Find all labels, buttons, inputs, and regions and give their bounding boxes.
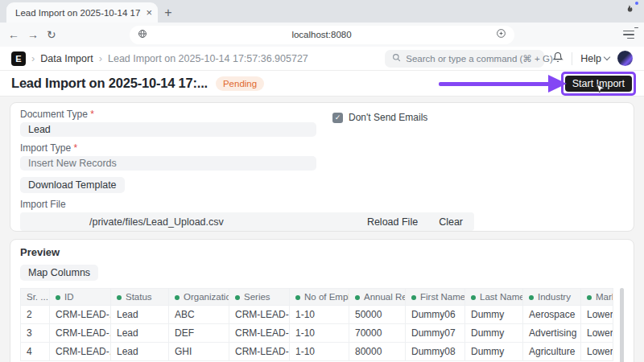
required-marker: * (73, 142, 77, 154)
table-cell: Advertising (523, 324, 581, 343)
clear-file-button[interactable]: Clear (439, 216, 463, 228)
table-cell: CRM-LEAD-... (229, 324, 290, 343)
table-cell: DEF (169, 324, 229, 343)
import-file-bar: /private/files/Lead_Upload.csv Reload Fi… (20, 212, 474, 231)
table-cell: CRM-LEAD-... (50, 324, 111, 343)
table-cell: Lead (111, 343, 169, 361)
breadcrumb-current[interactable]: Lead Import on 2025-10-14 17:57:36.90572… (108, 53, 308, 64)
chevron-down-icon (604, 54, 610, 60)
table-cell: Dummy06 (406, 306, 465, 324)
dont-send-emails-checkbox[interactable] (332, 113, 343, 123)
bubble-plus-icon[interactable] (496, 27, 506, 42)
url-text: localhost:8080 (147, 30, 496, 39)
table-cell: 70000 (349, 324, 406, 343)
table-cell: 1-10 (290, 324, 349, 343)
preview-card: Preview Map Columns Sr. ...IDStatusOrgan… (10, 239, 634, 362)
annotation-highlight-box: Start Import (561, 72, 636, 96)
document-type-field[interactable]: Lead (20, 122, 316, 137)
table-cell: ABC (169, 306, 229, 324)
download-template-button[interactable]: Download Template (20, 177, 125, 193)
column-header[interactable]: Industry (523, 289, 581, 306)
tab-close-icon[interactable]: × (146, 7, 152, 18)
reload-file-button[interactable]: Reload File (367, 216, 418, 228)
help-menu[interactable]: Help (580, 53, 609, 64)
app-header: E › Data Import › Lead Import on 2025-10… (0, 47, 644, 71)
user-avatar[interactable] (617, 51, 633, 66)
help-label: Help (580, 53, 601, 64)
import-type-field[interactable]: Insert New Records (20, 156, 316, 171)
table-cell: Dummy07 (406, 324, 465, 343)
column-header[interactable]: Annual Revenu (349, 289, 406, 306)
dont-send-emails-label: Don't Send Emails (349, 112, 427, 123)
table-row: 2CRM-LEAD-...LeadABCCRM-LEAD-...1-105000… (21, 306, 613, 324)
vertical-scrollbar[interactable] (620, 288, 624, 362)
bell-icon[interactable] (552, 51, 564, 66)
table-cell: CRM-LEAD-... (50, 343, 111, 361)
column-header[interactable]: Status (111, 289, 169, 306)
column-header[interactable]: Mark (581, 289, 613, 306)
globe-icon (138, 27, 147, 42)
map-columns-button[interactable]: Map Columns (20, 265, 98, 281)
column-header[interactable]: Series (229, 289, 290, 306)
table-cell: Dummy (465, 306, 523, 324)
table-cell: 3 (21, 324, 50, 343)
required-marker: * (90, 109, 94, 120)
table-cell: Lead (111, 324, 169, 343)
table-cell: Aerospace (523, 306, 581, 324)
notification-dot (635, 2, 638, 5)
column-header[interactable]: No of Employe (290, 289, 349, 306)
menu-icon[interactable] (621, 27, 636, 43)
document-type-label: Document Type * (20, 109, 624, 120)
reload-button[interactable]: ↻ (47, 29, 56, 40)
column-header[interactable]: Sr. ... (21, 289, 50, 306)
table-cell: CRM-LEAD-... (50, 306, 111, 324)
mapped-column-dot-icon (529, 295, 534, 300)
browser-toolbar: ← → ↻ localhost:8080 (0, 23, 644, 47)
page-title: Lead Import on 2025-10-14 17:... (11, 76, 208, 91)
chevron-right-icon: › (31, 52, 35, 64)
mapped-column-dot-icon (471, 295, 476, 300)
table-cell: CRM-LEAD-... (229, 306, 290, 324)
column-header[interactable]: Last Name (465, 289, 523, 306)
new-tab-button[interactable]: + (158, 2, 179, 23)
tab-title: Lead Import on 2025-10-14 17:5 (15, 8, 141, 18)
page-title-row: Lead Import on 2025-10-14 17:... Pending… (0, 71, 644, 97)
dont-send-emails-row[interactable]: Don't Send Emails (332, 112, 427, 123)
column-header[interactable]: ID (50, 289, 111, 306)
mapped-column-dot-icon (411, 295, 416, 300)
preview-title: Preview (20, 246, 624, 258)
breadcrumb-data-import[interactable]: Data Import (40, 53, 93, 64)
annotation-arrow-head (548, 75, 567, 93)
table-cell: Agriculture (523, 343, 581, 361)
back-button[interactable]: ← (8, 29, 19, 40)
menu-notification-dot (634, 27, 638, 29)
url-bar[interactable]: localhost:8080 (130, 26, 514, 44)
search-input[interactable]: Search or type a command (⌘ + G) (385, 50, 544, 68)
column-header[interactable]: Organization N (169, 289, 229, 306)
mapped-column-dot-icon (56, 295, 60, 300)
table-cell: Lower (581, 324, 613, 343)
flame-icon[interactable] (624, 4, 634, 19)
forward-button[interactable]: → (27, 29, 39, 40)
table-cell: Dummy (465, 343, 523, 361)
browser-tab[interactable]: Lead Import on 2025-10-14 17:5 × (6, 2, 158, 23)
mapped-column-dot-icon (295, 295, 300, 300)
divider (572, 52, 572, 65)
app-logo[interactable]: E (11, 51, 26, 66)
import-file-label: Import File (20, 199, 624, 210)
mapped-column-dot-icon (235, 295, 240, 300)
page-body: Document Type * Lead Import Type * Inser… (0, 97, 644, 362)
table-cell: 1-10 (290, 343, 349, 361)
cursor-icon (596, 83, 605, 97)
table-row: 4CRM-LEAD-...LeadGHICRM-LEAD-...1-108000… (21, 343, 613, 361)
preview-table-zone: Sr. ...IDStatusOrganization NSeriesNo of… (20, 288, 624, 361)
status-badge: Pending (216, 76, 264, 91)
import-type-label: Import Type * (20, 142, 624, 154)
import-settings-card: Document Type * Lead Import Type * Inser… (10, 102, 634, 232)
table-cell: Lower (581, 343, 613, 361)
table-cell: GHI (169, 343, 229, 361)
table-cell: 4 (21, 343, 50, 361)
chevron-right-icon: › (99, 52, 102, 64)
table-cell: 50000 (349, 306, 406, 324)
column-header[interactable]: First Name (406, 289, 465, 306)
